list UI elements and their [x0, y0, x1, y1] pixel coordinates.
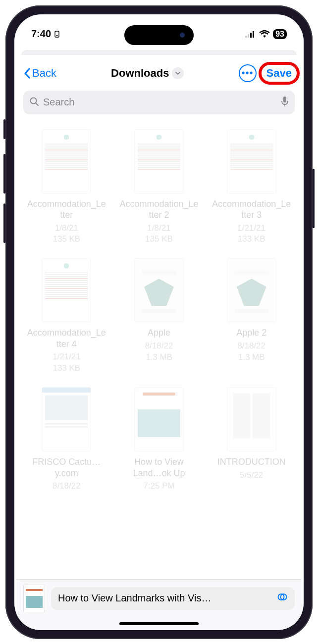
file-name: Accommodation_Letter 3 — [212, 198, 291, 221]
file-item[interactable]: Apple8/18/221.3 MB — [115, 258, 204, 374]
current-file-name: How to View Landmarks with Vis… — [58, 593, 272, 604]
svg-rect-1 — [56, 35, 58, 36]
silent-switch — [3, 119, 5, 139]
file-meta: 8/18/221.3 MB — [145, 341, 173, 363]
save-sheet: Back Downloads ••• Save — [16, 55, 302, 630]
file-meta: 1/8/21135 KB — [145, 223, 173, 246]
svg-rect-8 — [283, 97, 286, 102]
volume-down-button — [3, 203, 5, 243]
search-icon — [29, 97, 39, 108]
svg-rect-3 — [248, 34, 249, 38]
home-indicator[interactable] — [119, 622, 199, 625]
wifi-icon — [259, 30, 270, 38]
file-name: FRISCO Cactu…y.com — [27, 456, 106, 479]
file-item[interactable]: Accommodation_Letter 41/21/21133 KB — [22, 258, 111, 374]
chevron-down-icon — [172, 67, 184, 79]
phone-screen: 7:40 93 — [14, 14, 304, 630]
svg-rect-0 — [55, 31, 59, 37]
file-name: Apple — [148, 327, 170, 339]
svg-rect-5 — [253, 31, 254, 38]
svg-rect-4 — [250, 33, 252, 38]
dynamic-island — [124, 25, 194, 45]
orientation-lock-icon — [53, 30, 61, 38]
svg-line-7 — [36, 103, 39, 105]
file-meta: 1/8/21135 KB — [53, 223, 80, 246]
file-name: INTRODUCTION — [217, 456, 286, 468]
ellipsis-icon: ••• — [242, 67, 254, 79]
file-name: Accommodation_Letter 2 — [119, 198, 199, 221]
dictation-icon[interactable] — [281, 96, 289, 109]
file-meta: 8/18/22 — [53, 481, 81, 492]
file-meta: 7:25 PM — [143, 481, 174, 492]
folder-title: Downloads — [111, 67, 169, 80]
background-sheet-edge — [21, 50, 297, 55]
file-meta: 8/18/221.3 MB — [237, 341, 265, 363]
cellular-signal-icon — [245, 31, 256, 38]
file-item[interactable]: Accommodation_Letter1/8/21135 KB — [22, 129, 111, 246]
file-item[interactable]: Accommodation_Letter 21/8/21135 KB — [115, 129, 204, 246]
svg-point-6 — [31, 98, 37, 103]
file-name: Accommodation_Letter — [27, 198, 106, 221]
file-name: Apple 2 — [236, 327, 266, 339]
svg-rect-2 — [245, 36, 247, 38]
save-label: Save — [266, 67, 292, 79]
file-name: How to View Land…ok Up — [119, 456, 199, 479]
battery-percent: 93 — [275, 30, 284, 39]
more-options-button[interactable]: ••• — [239, 64, 257, 82]
battery-indicator: 93 — [273, 29, 287, 39]
file-name: Accommodation_Letter 4 — [27, 327, 106, 349]
file-item[interactable]: How to View Land…ok Up7:25 PM — [115, 387, 204, 492]
folder-title-button[interactable]: Downloads — [59, 67, 236, 80]
status-time: 7:40 — [31, 28, 51, 40]
file-item[interactable]: INTRODUCTION5/5/22 — [207, 387, 296, 492]
file-meta: 1/21/21133 KB — [237, 223, 265, 246]
file-item[interactable]: Apple 28/18/221.3 MB — [207, 258, 296, 374]
phone-frame: 7:40 93 — [5, 5, 313, 639]
file-item[interactable]: FRISCO Cactu…y.com8/18/22 — [22, 387, 111, 492]
current-file-name-button[interactable]: How to View Landmarks with Vis… — [51, 587, 295, 610]
file-item[interactable]: Accommodation_Letter 31/21/21133 KB — [207, 129, 296, 246]
search-input[interactable] — [43, 97, 277, 108]
chevron-left-icon — [23, 67, 31, 79]
nav-bar: Back Downloads ••• Save — [16, 55, 302, 88]
save-button[interactable]: Save — [264, 64, 295, 83]
file-meta: 5/5/22 — [240, 470, 263, 481]
current-file-thumbnail — [23, 585, 45, 612]
power-button — [313, 169, 315, 228]
files-grid: Accommodation_Letter1/8/21135 KBAccommod… — [16, 120, 302, 552]
file-meta: 1/21/21133 KB — [53, 351, 81, 374]
search-field[interactable] — [23, 91, 295, 114]
loading-icon — [277, 592, 288, 605]
volume-up-button — [3, 154, 5, 194]
files-grid-dimmed-overlay: Accommodation_Letter1/8/21135 KBAccommod… — [16, 120, 302, 552]
back-label: Back — [32, 67, 56, 80]
back-button[interactable]: Back — [23, 67, 56, 80]
